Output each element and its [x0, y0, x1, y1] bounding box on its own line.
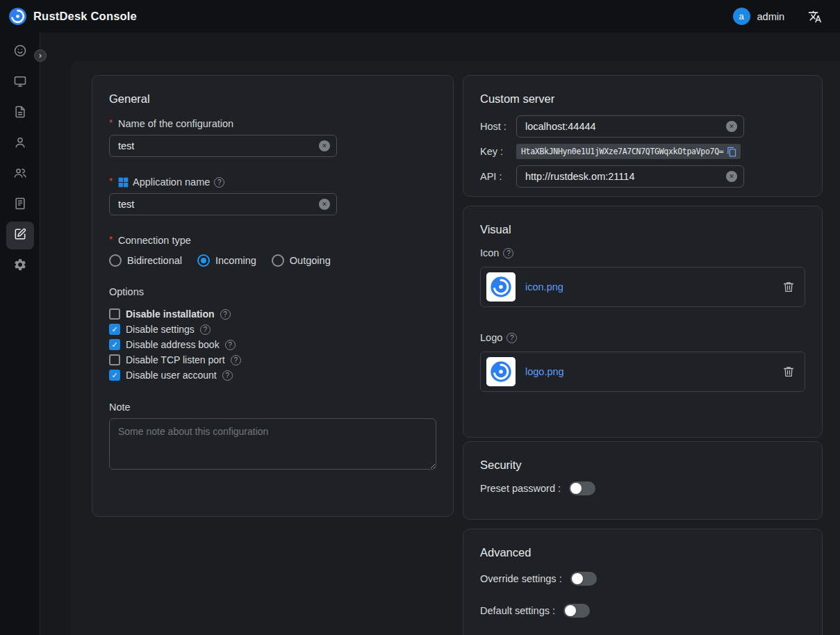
help-icon[interactable]	[220, 309, 231, 320]
application-name-field[interactable]	[109, 193, 337, 215]
host-label: Host :	[480, 121, 516, 132]
custom-server-card: Custom server Host : Key : HtaXBkJNHyn0e…	[463, 75, 823, 197]
config-name-input[interactable]	[118, 140, 319, 151]
radio-circle[interactable]	[109, 254, 122, 267]
config-name-label: Name of the configuration	[109, 118, 436, 129]
required-asterisk	[109, 176, 114, 188]
preset-password-row: Preset password :	[480, 481, 805, 495]
visual-card: Visual Icon icon.png	[463, 206, 823, 438]
required-asterisk	[109, 235, 114, 246]
document-icon	[13, 105, 27, 122]
radio-bidirectional[interactable]: Bidirectional	[109, 254, 182, 267]
api-input[interactable]	[525, 171, 726, 182]
application-name-input[interactable]	[118, 199, 319, 210]
help-icon[interactable]	[503, 248, 513, 258]
checkbox-disable-installation[interactable]: Disable installation	[109, 307, 436, 321]
icon-label: Icon	[480, 247, 805, 258]
monitor-icon	[13, 74, 27, 91]
windows-icon	[118, 177, 129, 188]
host-field[interactable]	[516, 115, 744, 138]
sidebar	[0, 33, 40, 635]
radio-outgoing[interactable]: Outgoing	[272, 254, 331, 267]
options-label: Options	[109, 286, 436, 297]
logo-label: Logo	[480, 332, 805, 343]
help-icon[interactable]	[222, 370, 233, 381]
help-icon[interactable]	[225, 340, 236, 350]
help-icon[interactable]	[507, 333, 517, 343]
api-label: API :	[480, 171, 516, 182]
app-header: RustDesk Console a admin	[0, 0, 840, 33]
logo-file-link[interactable]: logo.png	[525, 366, 564, 377]
users-icon	[13, 166, 27, 183]
default-settings-row: Default settings :	[480, 604, 805, 618]
copy-icon[interactable]	[727, 147, 737, 157]
checkbox-disable-settings[interactable]: Disable settings	[109, 322, 436, 336]
advanced-title: Advanced	[480, 546, 805, 559]
edit-square-icon	[13, 227, 27, 244]
trash-icon[interactable]	[782, 281, 795, 293]
sidebar-item-logs[interactable]	[6, 191, 34, 219]
api-row: API :	[480, 165, 805, 188]
custom-server-title: Custom server	[480, 92, 805, 106]
clear-icon[interactable]	[726, 121, 737, 132]
radio-incoming[interactable]: Incoming	[197, 254, 256, 267]
security-card: Security Preset password :	[463, 441, 823, 520]
app-title: RustDesk Console	[33, 10, 137, 23]
radio-circle[interactable]	[272, 254, 284, 267]
api-field[interactable]	[516, 165, 744, 188]
language-translate-icon[interactable]	[808, 10, 822, 24]
checkbox-box[interactable]	[109, 354, 120, 365]
general-card-title: General	[109, 92, 436, 106]
clear-icon[interactable]	[726, 171, 737, 182]
key-label: Key :	[480, 146, 516, 157]
sidebar-item-custom-clients[interactable]	[6, 222, 34, 249]
checkbox-disable-address-book[interactable]: Disable address book	[109, 338, 436, 352]
config-name-field[interactable]	[109, 135, 337, 157]
preset-password-toggle[interactable]	[569, 481, 595, 495]
smiley-icon	[13, 44, 27, 60]
clear-icon[interactable]	[319, 140, 330, 151]
checkbox-disable-user-account[interactable]: Disable user account	[109, 368, 436, 382]
journal-icon	[13, 197, 27, 213]
override-settings-toggle[interactable]	[570, 572, 597, 586]
security-title: Security	[480, 459, 805, 472]
key-value-pill: HtaXBkJNHyn0e1U1jWXze7A7CN7QTGWqxkOtpaVp…	[516, 144, 741, 159]
user-name[interactable]: admin	[757, 11, 785, 22]
sidebar-item-settings[interactable]	[6, 252, 34, 280]
sidebar-item-users[interactable]	[6, 130, 34, 158]
sidebar-item-documents[interactable]	[6, 99, 34, 127]
key-row: Key : HtaXBkJNHyn0e1U1jWXze7A7CN7QTGWqxk…	[480, 144, 805, 159]
checkbox-disable-tcp-listen-port[interactable]: Disable TCP listen port	[109, 353, 436, 367]
user-icon	[13, 135, 27, 152]
sidebar-item-groups[interactable]	[6, 160, 34, 188]
sidebar-expand-button[interactable]	[34, 49, 47, 62]
default-settings-toggle[interactable]	[563, 604, 590, 618]
general-card: General Name of the configuration Applic…	[92, 75, 454, 517]
radio-circle[interactable]	[197, 254, 210, 267]
help-icon[interactable]	[200, 324, 211, 335]
user-avatar[interactable]: a	[733, 8, 750, 25]
checkbox-box[interactable]	[109, 308, 120, 320]
required-asterisk	[109, 118, 114, 129]
content-panel: General Name of the configuration Applic…	[72, 61, 840, 635]
logo-file-box: logo.png	[480, 352, 805, 392]
icon-file-link[interactable]: icon.png	[525, 281, 563, 292]
main-content: General Name of the configuration Applic…	[40, 33, 840, 635]
trash-icon[interactable]	[782, 365, 795, 378]
icon-preview	[486, 272, 516, 302]
help-icon[interactable]	[231, 355, 241, 365]
checkbox-box[interactable]	[109, 324, 120, 335]
help-icon[interactable]	[214, 177, 224, 188]
checkbox-box[interactable]	[109, 339, 120, 350]
override-settings-label: Override settings :	[480, 573, 562, 584]
sidebar-item-devices[interactable]	[6, 69, 34, 97]
rustdesk-logo-icon	[8, 7, 27, 26]
host-row: Host :	[480, 115, 805, 138]
note-textarea[interactable]	[109, 418, 436, 470]
sidebar-item-dashboard[interactable]	[6, 38, 34, 66]
host-input[interactable]	[525, 121, 726, 132]
preset-password-label: Preset password :	[480, 483, 561, 494]
visual-title: Visual	[480, 223, 805, 236]
checkbox-box[interactable]	[109, 370, 120, 381]
clear-icon[interactable]	[319, 199, 330, 210]
